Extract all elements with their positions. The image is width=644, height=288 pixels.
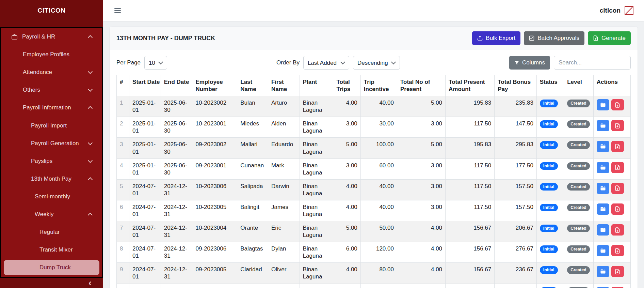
cell-employee-number: 10-2023004 [192,221,237,242]
filter-icon [514,60,519,65]
level-badge: Created [567,266,590,274]
export-pdf-button[interactable] [611,120,624,131]
chevron-down-icon [88,69,93,74]
sidebar-item-semi-monthly[interactable]: Semi-monthly [1,188,102,206]
view-button[interactable] [597,183,609,194]
order-by-group: Order By Last Added Descending [276,56,400,70]
cell-total-trips: 4.00 [333,263,360,284]
order-by-select[interactable]: Last Added [303,56,349,70]
view-button[interactable] [597,266,609,277]
cell-actions [593,158,630,179]
bulk-export-button[interactable]: Bulk Export [472,31,520,45]
sidebar-item-payroll-import[interactable]: Payroll Import [1,117,102,134]
cell-status: Initial [536,242,564,263]
per-page-group: Per Page 10 [116,56,167,70]
cell-last-name: Orante [237,221,268,242]
cell-total-bonus-pay: 177.50 [495,158,537,179]
sidebar-item-others[interactable]: Others [1,81,102,99]
cell-last-name: Bulan [237,96,268,117]
cell-total-present-amount: 156.67 [446,263,495,284]
cell-last-name: Cunanan [237,158,268,179]
sidebar-item-payroll-information[interactable]: Payroll Information [1,99,102,117]
cell-plant: Binan Laguna [300,200,333,221]
cell-total-no-present: 5.00 [397,96,445,117]
export-pdf-button[interactable] [611,266,624,277]
order-by-label: Order By [276,59,300,66]
cell-end-date: 2024-12-31 [161,200,192,221]
sidebar-item-transit-mixer[interactable]: Transit Mixer [1,241,102,259]
topbar-profile[interactable]: citicon [600,6,634,15]
search-input[interactable] [554,56,631,70]
export-pdf-button[interactable] [611,183,624,194]
cell-total-present-amount: 117.50 [446,179,495,200]
cell-end-date: 2025-06-30 [161,138,192,158]
level-badge: Created [567,162,590,170]
level-badge: Created [567,245,590,253]
view-button[interactable] [597,224,609,236]
status-badge: Initial [540,225,558,232]
sidebar-item-13th-month-pay[interactable]: 13th Month Pay [1,170,102,188]
cell-status: Initial [536,117,564,138]
sidebar-item-employee-profiles[interactable]: Employee Profiles [1,46,102,63]
sidebar-item-payroll-hr[interactable]: Payroll & HR [1,28,102,46]
view-button[interactable] [597,287,609,288]
hamburger-bar [114,10,121,11]
sidebar-collapse-button[interactable]: ‹ [88,278,92,288]
generate-button[interactable]: Generate [588,31,631,45]
export-pdf-button[interactable] [611,99,624,110]
cell-level: Created [564,200,594,221]
sidebar-menu: Payroll & HREmployee ProfilesAttendanceO… [0,27,103,278]
sidebar-item-dump-truck[interactable]: Dump Truck [4,260,99,275]
cell-actions [593,117,630,138]
payroll-table: #Start DateEnd DateEmployee NumberLast N… [116,75,631,288]
export-pdf-button[interactable] [611,141,624,152]
cell-total-bonus-pay: 236.67 [495,263,537,284]
cell-num: 3 [117,138,129,158]
cell-start-date: 2024-07-01 [129,179,161,200]
chevron-up-icon [88,177,93,182]
sidebar-item-weekly[interactable]: Weekly [1,206,102,223]
cell-total-trips: 5.00 [333,284,360,288]
view-button[interactable] [597,203,609,215]
view-button[interactable] [597,245,609,256]
pdf-file-icon [615,123,620,128]
export-pdf-button[interactable] [611,203,624,215]
order-direction-select[interactable]: Descending [353,56,400,70]
cell-plant: Binan Laguna [300,96,333,117]
export-pdf-button[interactable] [611,245,624,256]
hamburger-menu-button[interactable] [113,6,122,15]
view-button[interactable] [597,120,609,131]
column-header-employee-number: Employee Number [192,75,237,96]
export-pdf-button[interactable] [611,162,624,173]
cell-total-trips: 4.00 [333,179,360,200]
export-pdf-button[interactable] [611,287,624,288]
sidebar-item-attendance[interactable]: Attendance [1,63,102,81]
chevron-down-icon [88,158,93,163]
cell-total-present-amount: 195.83 [446,138,495,158]
pdf-file-icon [615,206,620,212]
status-badge: Initial [540,183,558,191]
cell-status: Initial [536,179,564,200]
cell-total-present-amount: 117.50 [446,284,495,288]
sidebar-item-payroll-generation[interactable]: Payroll Generation [1,135,102,152]
view-button[interactable] [597,99,609,110]
sidebar-item-regular[interactable]: Regular [1,223,102,241]
status-badge: Initial [540,141,558,149]
export-pdf-button[interactable] [611,224,624,236]
export-icon [477,35,483,41]
columns-button[interactable]: Columns [509,56,550,70]
sidebar-item-label: Payroll Generation [31,140,79,147]
level-badge: Created [567,141,590,149]
view-button[interactable] [597,141,609,152]
view-button[interactable] [597,162,609,173]
sidebar-item-payslips[interactable]: Payslips [1,152,102,170]
table-row: 22025-01-012025-06-3010-2023001MiedesAid… [117,117,631,138]
order-by-select-wrap: Last Added [303,56,349,70]
per-page-select[interactable]: 10 [144,56,167,70]
cell-total-no-present: 4.00 [397,221,445,242]
cell-total-bonus-pay: 157.50 [495,179,537,200]
pdf-file-icon [615,227,620,233]
batch-approvals-button[interactable]: Batch Approvals [524,31,584,45]
cell-first-name: Eduardo [268,138,300,158]
cell-last-name: Claridad [237,263,268,284]
